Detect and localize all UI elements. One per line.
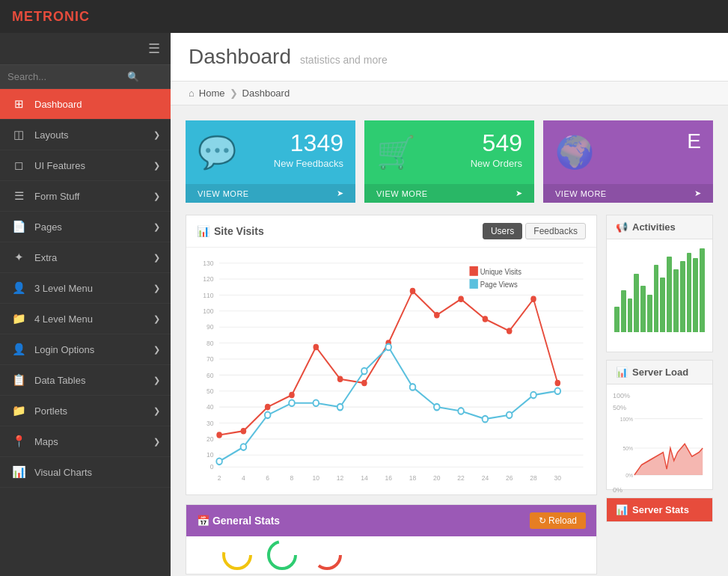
sidebar-item-ui-features[interactable]: ◻ UI Features ❯ bbox=[0, 150, 171, 181]
feedback-count: 1349 bbox=[274, 131, 343, 155]
page-subtitle: statistics and more bbox=[300, 54, 388, 66]
pageview-dot bbox=[434, 404, 440, 411]
sidebar-item-layouts[interactable]: ◫ Layouts ❯ bbox=[0, 120, 171, 150]
server-stats-header: 📊 Server Stats bbox=[607, 498, 712, 521]
svg-text:70: 70 bbox=[207, 355, 214, 364]
server-load-body: 100% 50% 100% 50% 0% bbox=[607, 384, 712, 489]
sidebar-item-extra[interactable]: ✦ Extra ❯ bbox=[0, 242, 171, 273]
sidebar-item-3-level-menu[interactable]: 👤 3 Level Menu ❯ bbox=[0, 273, 171, 304]
activity-bar bbox=[640, 286, 646, 332]
feedbacks-button[interactable]: Feedbacks bbox=[525, 223, 586, 239]
svg-text:22: 22 bbox=[457, 474, 465, 482]
stat-tile-orders[interactable]: 🛒 549 New Orders VIEW MORE ➤ bbox=[364, 120, 534, 203]
search-input[interactable] bbox=[7, 71, 127, 82]
login-icon: 👤 bbox=[10, 343, 27, 356]
svg-point-47 bbox=[313, 542, 340, 569]
server-stats-icon: 📊 bbox=[616, 504, 628, 515]
arrow-right-icon: ➤ bbox=[516, 189, 523, 198]
server-load-header: 📊 Server Load bbox=[607, 361, 712, 384]
arrow-right-icon: ➤ bbox=[694, 189, 702, 198]
activities-header: 📢 Activities bbox=[607, 215, 712, 239]
orders-footer[interactable]: VIEW MORE ➤ bbox=[364, 184, 534, 203]
svg-text:18: 18 bbox=[409, 474, 417, 482]
pageview-dot bbox=[507, 412, 513, 419]
pageview-dot bbox=[216, 459, 222, 465]
sidebar-item-form-stuff[interactable]: ☰ Form Stuff ❯ bbox=[0, 181, 171, 212]
visit-dot bbox=[555, 380, 561, 387]
svg-text:120: 120 bbox=[203, 275, 213, 284]
chart-body: 130 120 110 100 90 80 70 60 50 40 30 20 bbox=[186, 248, 596, 494]
svg-text:90: 90 bbox=[207, 323, 214, 331]
server-load-svg: 100% 50% 0% bbox=[613, 414, 706, 482]
orders-label: New Orders bbox=[471, 158, 522, 169]
svg-text:10: 10 bbox=[207, 451, 214, 459]
orders-icon: 🛒 bbox=[376, 134, 415, 171]
chart-title-text: Site Visits bbox=[214, 225, 264, 237]
breadcrumb-separator: ❯ bbox=[230, 88, 238, 99]
pageview-dot bbox=[313, 399, 319, 406]
breadcrumb: ⌂ Home ❯ Dashboard bbox=[171, 82, 728, 105]
activity-bar bbox=[654, 265, 659, 332]
visit-dot bbox=[265, 404, 271, 411]
globe-icon: 🌍 bbox=[555, 134, 594, 171]
chevron-right-icon: ❯ bbox=[153, 130, 160, 140]
feedback-footer[interactable]: VIEW MORE ➤ bbox=[186, 184, 355, 203]
activity-bar bbox=[634, 274, 639, 332]
svg-text:10: 10 bbox=[313, 474, 320, 482]
svg-text:0%: 0% bbox=[625, 472, 633, 480]
server-load-100-label: 100% bbox=[613, 392, 630, 399]
breadcrumb-home[interactable]: Home bbox=[199, 88, 225, 99]
orders-count: 549 bbox=[471, 131, 522, 155]
svg-text:2: 2 bbox=[218, 474, 221, 482]
chevron-right-icon: ❯ bbox=[153, 284, 160, 293]
visit-dot bbox=[361, 380, 367, 387]
stat-tile-feedbacks[interactable]: 💬 1349 New Feedbacks VIEW MORE ➤ bbox=[186, 120, 355, 203]
site-visits-card: 📊 Site Visits Users Feedbacks bbox=[186, 215, 597, 495]
svg-text:24: 24 bbox=[482, 474, 489, 482]
svg-text:110: 110 bbox=[203, 291, 213, 299]
calendar-icon: 📅 bbox=[197, 515, 212, 527]
hamburger-icon[interactable]: ☰ bbox=[148, 40, 160, 57]
sidebar-item-label: Visual Charts bbox=[34, 467, 160, 478]
home-icon: ⌂ bbox=[189, 88, 195, 99]
sidebar-item-portlets[interactable]: 📁 Portlets ❯ bbox=[0, 396, 171, 426]
activity-bar bbox=[667, 257, 672, 332]
general-stats-card: 📅 General Stats ↻ Reload bbox=[186, 504, 597, 575]
sidebar-toggle[interactable]: ☰ bbox=[0, 33, 171, 65]
chevron-right-icon: ❯ bbox=[153, 222, 160, 232]
chevron-right-icon: ❯ bbox=[153, 345, 160, 355]
sidebar-item-dashboard[interactable]: ⊞ Dashboard bbox=[0, 89, 171, 120]
brand-prefix: METRO bbox=[12, 9, 64, 24]
visit-dot bbox=[337, 376, 343, 382]
server-load-0-label: 0% bbox=[613, 486, 623, 494]
server-stats-title: Server Stats bbox=[632, 504, 689, 515]
page-header: Dashboard statistics and more bbox=[171, 33, 728, 82]
activity-bar bbox=[700, 248, 705, 332]
sidebar-item-maps[interactable]: 📍 Maps ❯ bbox=[0, 426, 171, 457]
arrow-right-icon: ➤ bbox=[337, 189, 344, 198]
activity-bar bbox=[693, 258, 698, 332]
pages-icon: 📄 bbox=[10, 220, 27, 233]
legend-rect bbox=[470, 279, 478, 289]
sidebar-item-visual-charts[interactable]: 📊 Visual Charts bbox=[0, 457, 171, 488]
sidebar-item-4-level-menu[interactable]: 📁 4 Level Menu ❯ bbox=[0, 304, 171, 334]
sidebar-item-data-tables[interactable]: 📋 Data Tables ❯ bbox=[0, 365, 171, 396]
reload-button[interactable]: ↻ Reload bbox=[530, 512, 586, 529]
extra-count: E bbox=[687, 131, 701, 152]
sidebar-item-login-options[interactable]: 👤 Login Options ❯ bbox=[0, 334, 171, 365]
chart-header: 📊 Site Visits Users Feedbacks bbox=[186, 215, 596, 248]
4level-icon: 📁 bbox=[10, 312, 27, 325]
extra-footer[interactable]: VIEW MORE ➤ bbox=[543, 184, 713, 203]
users-button[interactable]: Users bbox=[483, 223, 522, 239]
visit-dot bbox=[241, 428, 247, 435]
stat-tile-extra[interactable]: 🌍 E VIEW MORE ➤ bbox=[543, 120, 713, 203]
sidebar-item-pages[interactable]: 📄 Pages ❯ bbox=[0, 212, 171, 242]
visit-dot bbox=[313, 344, 319, 351]
activity-bar-chart bbox=[613, 245, 706, 335]
svg-text:Page Views: Page Views bbox=[480, 280, 518, 289]
svg-text:16: 16 bbox=[385, 474, 392, 482]
svg-text:50: 50 bbox=[207, 387, 214, 395]
activity-bar bbox=[673, 269, 679, 332]
brand-logo: METRONIC bbox=[12, 9, 90, 25]
svg-text:30: 30 bbox=[554, 474, 562, 482]
